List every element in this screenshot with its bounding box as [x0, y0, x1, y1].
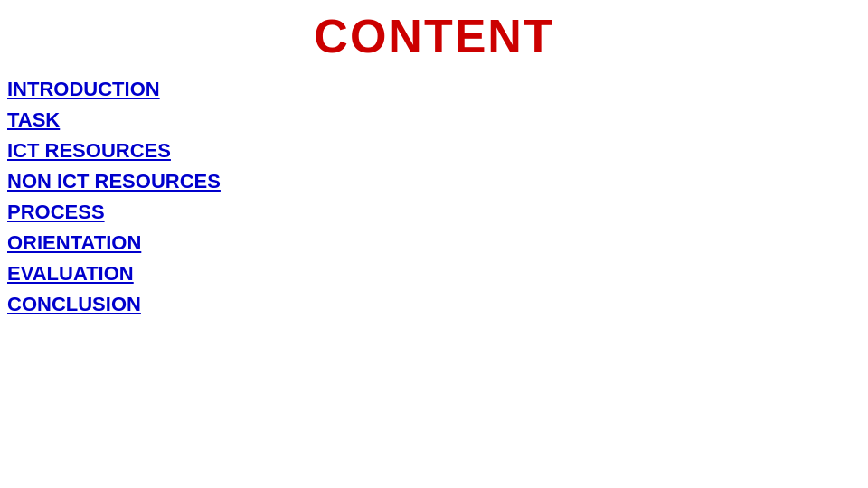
nav-list-item: ORIENTATION	[7, 228, 861, 258]
page-title: CONTENT	[7, 9, 861, 63]
nav-list-item: INTRODUCTION	[7, 74, 861, 105]
page-container: CONTENT INTRODUCTIONTASKICT RESOURCESNON…	[0, 0, 868, 488]
nav-list-item: TASK	[7, 105, 861, 136]
nav-list-item: EVALUATION	[7, 258, 861, 289]
nav-link-ict-resources[interactable]: ICT RESOURCES	[7, 139, 171, 163]
nav-link-process[interactable]: PROCESS	[7, 201, 105, 224]
nav-link-introduction[interactable]: INTRODUCTION	[7, 78, 160, 101]
nav-link-task[interactable]: TASK	[7, 108, 60, 132]
nav-link-evaluation[interactable]: EVALUATION	[7, 262, 134, 286]
nav-list-item: PROCESS	[7, 197, 861, 228]
nav-list-item: CONCLUSION	[7, 289, 861, 320]
nav-link-conclusion[interactable]: CONCLUSION	[7, 293, 141, 316]
nav-list-item: ICT RESOURCES	[7, 136, 861, 166]
nav-link-orientation[interactable]: ORIENTATION	[7, 231, 141, 255]
nav-link-non-ict-resources[interactable]: NON ICT RESOURCES	[7, 170, 221, 193]
nav-list-item: NON ICT RESOURCES	[7, 166, 861, 197]
nav-list: INTRODUCTIONTASKICT RESOURCESNON ICT RES…	[7, 74, 861, 320]
